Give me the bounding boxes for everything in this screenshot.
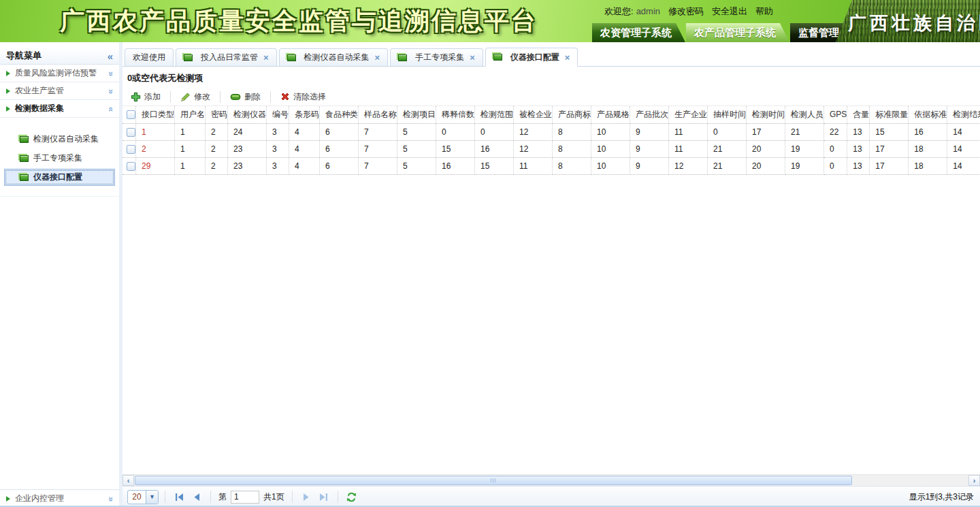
toolbar-button-label: 清除选择 bbox=[293, 91, 326, 103]
refresh-button[interactable] bbox=[344, 489, 359, 504]
grid-cell: 9 bbox=[630, 157, 669, 174]
chevron-down-icon[interactable]: » bbox=[106, 89, 116, 93]
grid-column-header-1[interactable]: 用户名 bbox=[175, 106, 206, 123]
scroll-right-icon[interactable]: › bbox=[968, 475, 980, 486]
close-icon[interactable]: × bbox=[263, 52, 269, 63]
grid-column-header-19[interactable]: GPS bbox=[824, 106, 847, 123]
refresh-icon bbox=[346, 492, 357, 502]
scrollbar-track[interactable] bbox=[134, 475, 968, 486]
grid-column-header-22[interactable]: 依据标准 bbox=[909, 106, 947, 123]
close-icon[interactable]: × bbox=[470, 52, 475, 63]
close-icon[interactable]: × bbox=[565, 52, 570, 63]
tab-0[interactable]: 欢迎使用 bbox=[125, 48, 174, 66]
clear-selection-button[interactable]: 清除选择 bbox=[275, 90, 331, 104]
grid-toolbar: 添加修改删除清除选择 bbox=[122, 88, 980, 106]
close-icon[interactable]: × bbox=[375, 52, 380, 63]
sidebar-group-2[interactable]: 检测数据采集« bbox=[0, 100, 119, 118]
tab-2[interactable]: 检测仪器自动采集× bbox=[279, 48, 389, 66]
row-checkbox-cell bbox=[122, 157, 136, 174]
grid-column-header-13[interactable]: 产品规格 bbox=[591, 106, 630, 123]
tab-3[interactable]: 手工专项采集× bbox=[390, 48, 483, 66]
grid-cell: 2 bbox=[136, 140, 175, 157]
page-number-input[interactable] bbox=[231, 491, 259, 504]
chevron-down-icon[interactable]: » bbox=[106, 71, 116, 75]
sidebar-group-1[interactable]: 农业生产监管» bbox=[0, 82, 119, 100]
grid-column-header-15[interactable]: 生产企业 bbox=[669, 106, 708, 123]
divider bbox=[292, 491, 293, 503]
sidebar-group-3[interactable]: 企业内控管理» bbox=[0, 489, 119, 507]
page-size-select[interactable]: 20 ▼ bbox=[127, 490, 159, 504]
scrollbar-thumb[interactable] bbox=[135, 476, 852, 485]
divider bbox=[170, 91, 171, 103]
row-checkbox[interactable] bbox=[127, 128, 135, 137]
tab-icon bbox=[184, 54, 193, 61]
sidebar-item-0[interactable]: 检测仪器自动采集 bbox=[4, 131, 115, 148]
next-page-button[interactable] bbox=[299, 489, 314, 504]
datagrid-table: 接口类型用户名密码检测仪器编号条形码食品种类样品名称检测项目稀释倍数检测范围被检… bbox=[122, 106, 980, 175]
grid-column-header-7[interactable]: 样品名称 bbox=[359, 106, 397, 123]
grid-column-header-0[interactable]: 接口类型 bbox=[136, 106, 175, 123]
triangle-icon bbox=[6, 71, 10, 76]
tab-1[interactable]: 投入品日常监管× bbox=[176, 48, 277, 66]
grid-cell: 2 bbox=[206, 157, 228, 174]
chevron-down-icon[interactable]: » bbox=[106, 497, 116, 500]
top-banner: 广西农产品质量安全监管与追溯信息平台 欢迎您:admin修改密码安全退出帮助 农… bbox=[0, 0, 980, 42]
table-row[interactable]: 2912233467516151181091221201901317181422… bbox=[122, 157, 980, 174]
add-button[interactable]: 添加 bbox=[125, 90, 166, 104]
first-page-button[interactable] bbox=[172, 489, 186, 504]
grid-column-header-12[interactable]: 产品商标 bbox=[553, 106, 591, 123]
last-page-button[interactable] bbox=[316, 489, 331, 504]
next-page-icon bbox=[301, 493, 310, 502]
row-checkbox[interactable] bbox=[127, 162, 135, 171]
divider bbox=[165, 491, 165, 503]
grid-column-header-3[interactable]: 检测仪器 bbox=[228, 106, 267, 123]
system-tab-0[interactable]: 农资管理子系统 bbox=[592, 23, 685, 42]
grid-column-header-23[interactable]: 检测结果 bbox=[947, 106, 980, 123]
grid-column-header-16[interactable]: 抽样时间 bbox=[708, 106, 747, 123]
table-row[interactable]: 2122334675151612810911212019013171814222… bbox=[122, 140, 980, 157]
sidebar-item-1[interactable]: 手工专项采集 bbox=[4, 150, 115, 167]
sidebar-item-2[interactable]: 仪器接口配置 bbox=[4, 169, 115, 186]
select-all-checkbox[interactable] bbox=[127, 110, 135, 119]
grid-column-header-18[interactable]: 检测人员 bbox=[785, 106, 824, 123]
wheat-photo: 广西壮族自治区 bbox=[836, 0, 980, 42]
sidebar-item-label: 仪器接口配置 bbox=[33, 171, 82, 183]
grid-column-header-5[interactable]: 条形码 bbox=[289, 106, 320, 123]
header-link-1[interactable]: 安全退出 bbox=[712, 6, 747, 16]
grid-cell: 20 bbox=[747, 140, 785, 157]
divider bbox=[220, 91, 220, 103]
prev-page-button[interactable] bbox=[189, 489, 204, 504]
grid-column-header-8[interactable]: 检测项目 bbox=[397, 106, 436, 123]
grid-column-header-20[interactable]: 含量 bbox=[847, 106, 870, 123]
grid-column-header-14[interactable]: 产品批次 bbox=[630, 106, 669, 123]
grid-column-header-17[interactable]: 检测时间 bbox=[747, 106, 785, 123]
grid-column-header-9[interactable]: 稀释倍数 bbox=[436, 106, 475, 123]
header-link-2[interactable]: 帮助 bbox=[755, 6, 773, 16]
header-link-0[interactable]: 修改密码 bbox=[668, 6, 704, 16]
scroll-left-icon[interactable]: ‹ bbox=[122, 475, 134, 486]
tab-4[interactable]: 仪器接口配置× bbox=[485, 48, 578, 67]
sidebar-group-0[interactable]: 质量风险监测评估预警» bbox=[0, 65, 119, 82]
chevron-up-icon[interactable]: « bbox=[106, 107, 116, 110]
chevron-down-icon[interactable]: ▼ bbox=[146, 490, 158, 504]
delete-button[interactable]: 删除 bbox=[225, 90, 266, 104]
sidebar-accordion: 质量风险监测评估预警»农业生产监管»检测数据采集«检测仪器自动采集手工专项采集仪… bbox=[0, 65, 119, 197]
grid-cell: 14 bbox=[947, 157, 980, 174]
grid-column-header-11[interactable]: 被检企业 bbox=[514, 106, 553, 123]
grid-column-header-10[interactable]: 检测范围 bbox=[475, 106, 514, 123]
grid-column-header-2[interactable]: 密码 bbox=[206, 106, 228, 123]
grid-column-header-6[interactable]: 食品种类 bbox=[320, 106, 359, 123]
record-count-status: 显示1到3,共3记录 bbox=[909, 491, 974, 503]
grid-column-header-21[interactable]: 标准限量 bbox=[870, 106, 909, 123]
toolbar-button-label: 删除 bbox=[244, 91, 261, 103]
folder-icon bbox=[20, 174, 29, 181]
grid-cell: 12 bbox=[669, 157, 708, 174]
table-row[interactable]: 1122434675001281091101721221315161423181 bbox=[122, 123, 980, 140]
collapse-sidebar-icon[interactable]: « bbox=[108, 50, 113, 62]
edit-button[interactable]: 修改 bbox=[175, 90, 216, 104]
sidebar-submenu: 检测仪器自动采集手工专项采集仪器接口配置 bbox=[0, 118, 119, 197]
system-tab-1[interactable]: 农产品管理子系统 bbox=[686, 23, 789, 42]
grid-cell: 21 bbox=[708, 157, 747, 174]
grid-column-header-4[interactable]: 编号 bbox=[267, 106, 289, 123]
row-checkbox[interactable] bbox=[127, 145, 135, 154]
